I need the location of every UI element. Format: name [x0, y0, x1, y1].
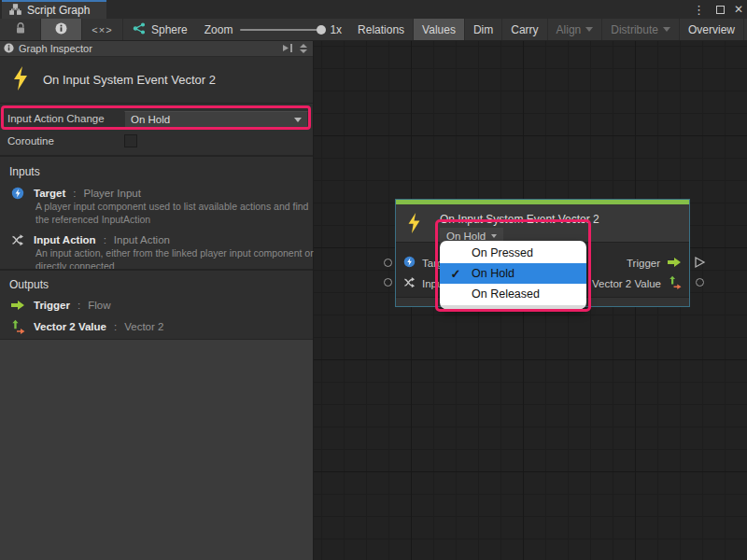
outputs-title: Outputs	[9, 278, 305, 291]
zoom-slider-knob[interactable]	[317, 25, 326, 35]
graph-inspector-header: Graph Inspector	[0, 41, 313, 57]
dim-button[interactable]: Dim	[465, 19, 502, 40]
window-menu-icon[interactable]: ⋮	[691, 4, 707, 16]
inspector-title: Graph Inspector	[19, 43, 92, 54]
zoom-slider[interactable]	[240, 29, 322, 31]
graph-owner-breadcrumb[interactable]: Sphere	[123, 19, 197, 40]
selected-node-title: On Input System Event Vector 2	[43, 73, 216, 87]
flow-arrow-icon	[9, 300, 26, 311]
vector2-icon	[9, 319, 26, 334]
title-bar: Script Graph ⋮ ✕	[0, 0, 747, 19]
lock-icon	[15, 22, 26, 37]
menu-item-on-released[interactable]: On Released	[440, 284, 586, 304]
align-button[interactable]: Align	[548, 19, 603, 40]
menu-item-on-hold[interactable]: ✓ On Hold	[440, 263, 586, 284]
info-icon	[55, 22, 67, 37]
target-input-port[interactable]	[384, 259, 392, 267]
script-machine-icon	[133, 22, 146, 37]
node-title: On Input System Event Vector 2	[440, 213, 599, 226]
inputs-title: Inputs	[9, 165, 305, 178]
coroutine-checkbox[interactable]	[124, 134, 137, 147]
chevron-down-icon	[294, 118, 302, 122]
event-bolt-icon	[11, 65, 30, 95]
node-properties: Input Action Change On Hold Coroutine	[0, 103, 313, 155]
vector2-output-port[interactable]	[696, 278, 704, 287]
menu-item-on-pressed[interactable]: On Pressed	[440, 243, 586, 263]
inspector-toggle-button[interactable]	[41, 19, 82, 40]
chevron-down-icon	[300, 49, 307, 53]
flow-arrow-icon	[667, 255, 682, 272]
zoom-value: 1x	[330, 23, 342, 36]
graph-tab-icon	[9, 2, 21, 19]
chevron-down-icon	[491, 234, 497, 238]
maximize-icon[interactable]	[716, 6, 725, 14]
inspector-empty-area	[0, 339, 313, 560]
outputs-section: Outputs Trigger : Flow Vector 2 Value : …	[0, 269, 313, 339]
overview-button[interactable]: Overview	[680, 19, 744, 40]
info-icon	[4, 43, 14, 55]
chevron-up-icon	[300, 44, 307, 48]
tab-label: Script Graph	[27, 4, 90, 17]
values-button[interactable]: Values	[414, 19, 465, 40]
player-input-icon	[403, 255, 416, 272]
action-change-context-menu: On Pressed ✓ On Hold On Released	[440, 241, 586, 309]
graph-inspector-panel: Graph Inspector On Input System Event Ve…	[0, 41, 314, 560]
node-header[interactable]: On Input System Event Vector 2 On Hold	[396, 204, 689, 242]
selected-node-summary: On Input System Event Vector 2	[0, 57, 313, 103]
distribute-button[interactable]: Distribute	[602, 19, 680, 40]
code-view-button[interactable]: <×>	[82, 19, 123, 40]
vector2-icon	[668, 275, 682, 293]
graph-toolbar: <×> Sphere Zoom 1x Relations Values Dim …	[0, 19, 747, 41]
relations-button[interactable]: Relations	[349, 19, 414, 40]
input-action-change-label: Input Action Change	[7, 113, 105, 124]
player-input-icon	[9, 187, 26, 200]
dock-panel-icon[interactable]	[282, 43, 294, 55]
input-action-icon	[9, 233, 26, 246]
graph-owner-label: Sphere	[151, 23, 188, 36]
coroutine-label: Coroutine	[7, 135, 54, 147]
input-action-input-port[interactable]	[384, 278, 392, 287]
code-icon: <×>	[92, 24, 112, 35]
script-graph-window: Script Graph ⋮ ✕ <×>	[0, 0, 747, 560]
trigger-output-port[interactable]	[694, 256, 706, 273]
event-bolt-icon	[406, 211, 422, 239]
chevron-down-icon	[663, 27, 670, 32]
input-action-change-dropdown[interactable]: On Hold	[124, 111, 308, 128]
menu-scroll-strip	[440, 305, 586, 309]
close-icon[interactable]: ✕	[734, 4, 743, 15]
check-icon: ✓	[440, 267, 472, 281]
tab-script-graph[interactable]: Script Graph	[2, 0, 106, 19]
chevron-down-icon	[585, 27, 593, 32]
input-action-icon	[403, 275, 416, 292]
carry-button[interactable]: Carry	[502, 19, 547, 40]
lock-button[interactable]	[0, 19, 41, 40]
zoom-label: Zoom	[204, 23, 233, 36]
target-description: A player input component used to list av…	[35, 201, 316, 227]
panel-scroll-spinner[interactable]	[298, 44, 309, 53]
inputs-section: Inputs Target : Player Input A player in…	[0, 155, 313, 269]
graph-canvas[interactable]: On Input System Event Vector 2 On Hold T…	[314, 41, 747, 560]
